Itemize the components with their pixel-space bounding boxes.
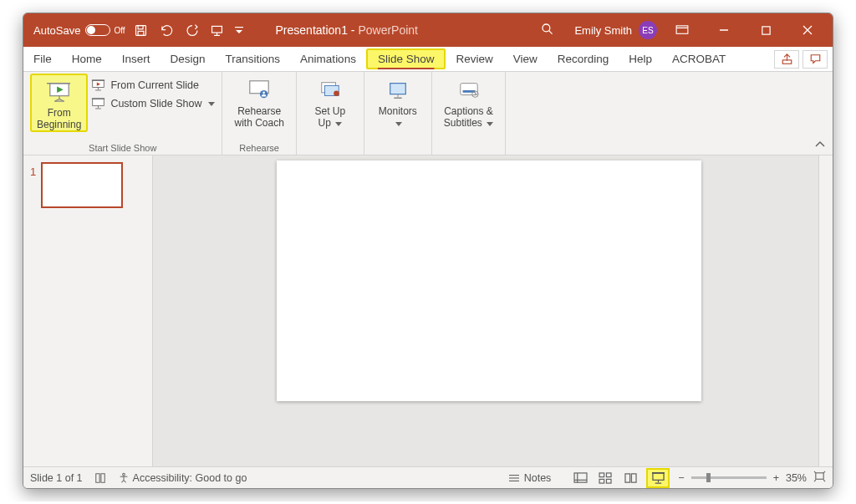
slide-sorter-view-button[interactable] — [596, 471, 614, 486]
presentation-icon — [91, 97, 105, 110]
window-controls — [670, 24, 819, 36]
ribbon-group-rehearse: Rehearsewith Coach Rehearse — [222, 72, 296, 155]
fit-to-window-button[interactable] — [813, 471, 826, 485]
account-area[interactable]: Emily Smith ES — [574, 21, 657, 39]
monitors-button[interactable]: Monitors — [371, 74, 425, 129]
accessibility-status[interactable]: Accessibility: Good to go — [118, 472, 247, 484]
normal-view-button[interactable] — [571, 471, 589, 486]
svg-rect-3 — [211, 26, 222, 33]
quick-access-toolbar — [134, 23, 244, 38]
zoom-controls: − + 35% — [678, 471, 826, 485]
collapse-ribbon-button[interactable] — [814, 140, 826, 151]
tab-recording[interactable]: Recording — [548, 47, 619, 71]
window-title: Presentation1 - PowerPoint — [276, 23, 418, 37]
svg-point-7 — [543, 24, 550, 32]
chevron-down-icon — [335, 122, 342, 126]
reading-view-button[interactable] — [621, 471, 639, 486]
tab-review[interactable]: Review — [446, 47, 502, 71]
captions-label: Captions &Subtitles — [444, 105, 493, 129]
svg-rect-26 — [93, 99, 104, 106]
zoom-out-button[interactable]: − — [678, 472, 684, 484]
monitor-icon — [386, 77, 410, 104]
svg-rect-6 — [235, 27, 243, 28]
svg-rect-53 — [653, 473, 664, 480]
comments-button[interactable] — [802, 50, 828, 69]
tab-design[interactable]: Design — [160, 47, 216, 71]
app-name: PowerPoint — [358, 23, 418, 37]
zoom-slider[interactable] — [691, 476, 767, 479]
tab-slide-show[interactable]: Slide Show — [366, 48, 446, 69]
tab-insert[interactable]: Insert — [112, 47, 160, 71]
slide-show-view-button[interactable] — [646, 468, 670, 488]
svg-rect-12 — [762, 26, 769, 33]
ribbon: FromBeginning From Current Slide Custom … — [23, 72, 833, 155]
from-current-slide-button[interactable]: From Current Slide — [91, 79, 215, 92]
svg-rect-52 — [606, 479, 611, 483]
customize-qat-button[interactable] — [234, 25, 244, 35]
accessibility-icon — [118, 472, 130, 484]
chevron-down-icon — [487, 122, 493, 126]
toggle-switch-icon — [85, 24, 110, 36]
slide-counter[interactable]: Slide 1 of 1 — [30, 472, 83, 484]
thumbnail-number: 1 — [30, 165, 36, 178]
notes-icon — [507, 473, 521, 483]
present-button[interactable] — [210, 23, 224, 38]
document-title: Presentation1 — [276, 23, 348, 37]
autosave-toggle[interactable]: AutoSave Off — [33, 24, 125, 37]
rehearse-coach-button[interactable]: Rehearsewith Coach — [229, 74, 288, 129]
chevron-down-icon — [395, 122, 402, 126]
view-mode-buttons — [571, 468, 670, 488]
zoom-percent[interactable]: 35% — [786, 472, 807, 484]
svg-line-8 — [549, 30, 553, 33]
notes-indicator-button[interactable] — [94, 472, 106, 484]
presenter-coach-icon — [247, 77, 272, 104]
maximize-button[interactable] — [754, 25, 777, 36]
tab-transitions[interactable]: Transitions — [216, 47, 291, 71]
svg-point-35 — [334, 90, 339, 96]
rehearse-coach-label: Rehearsewith Coach — [234, 105, 283, 129]
share-button[interactable] — [774, 50, 799, 69]
status-bar: Slide 1 of 1 Accessibility: Good to go N… — [23, 466, 833, 488]
vertical-scrollbar[interactable] — [818, 155, 833, 466]
presentation-icon — [91, 79, 105, 92]
thumbnail-preview — [41, 162, 123, 208]
ribbon-group-start: FromBeginning From Current Slide Custom … — [23, 72, 222, 155]
save-button[interactable] — [134, 23, 148, 38]
redo-button[interactable] — [185, 23, 200, 38]
tab-view[interactable]: View — [503, 47, 548, 71]
user-avatar: ES — [639, 21, 657, 39]
close-button[interactable] — [796, 24, 819, 36]
ribbon-group-captions: Captions &Subtitles — [432, 72, 506, 155]
slide-thumbnail[interactable]: 1 — [30, 162, 152, 208]
slide-thumbnails-panel: 1 — [23, 155, 153, 466]
tab-help[interactable]: Help — [619, 47, 662, 71]
monitors-label: Monitors — [379, 105, 417, 129]
from-beginning-button[interactable]: FromBeginning — [30, 74, 88, 132]
notes-button[interactable]: Notes — [507, 472, 552, 484]
tab-acrobat[interactable]: ACROBAT — [662, 47, 736, 71]
svg-rect-50 — [606, 472, 611, 476]
ribbon-tabs: File Home Insert Design Transitions Anim… — [23, 47, 833, 72]
search-button[interactable] — [541, 23, 554, 38]
presentation-play-icon — [47, 79, 72, 105]
slide-canvas-area — [153, 155, 833, 466]
minimize-button[interactable] — [712, 24, 736, 36]
svg-rect-9 — [676, 26, 688, 33]
tab-animations[interactable]: Animations — [290, 47, 366, 71]
ribbon-display-button[interactable] — [670, 25, 694, 35]
slide-canvas[interactable] — [277, 160, 701, 401]
undo-button[interactable] — [158, 23, 175, 38]
svg-rect-46 — [574, 472, 587, 481]
custom-slide-show-button[interactable]: Custom Slide Show — [91, 97, 215, 110]
set-up-button[interactable]: Set UpUp — [303, 74, 357, 129]
from-beginning-label: FromBeginning — [37, 107, 81, 130]
tab-home[interactable]: Home — [62, 47, 112, 71]
workspace: 1 — [23, 155, 833, 466]
ribbon-group-label: Start Slide Show — [30, 143, 215, 155]
svg-rect-51 — [599, 479, 604, 483]
tab-file[interactable]: File — [23, 47, 62, 71]
ribbon-group-setup: Set UpUp — [297, 72, 364, 155]
ribbon-group-label: Rehearse — [229, 143, 288, 155]
captions-button[interactable]: Captions &Subtitles — [439, 74, 498, 129]
zoom-in-button[interactable]: + — [773, 472, 779, 484]
